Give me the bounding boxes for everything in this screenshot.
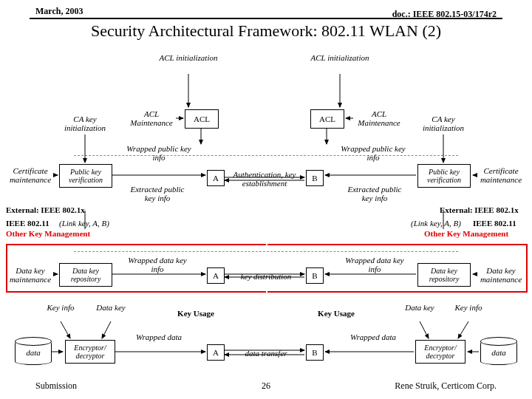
extracted-pub-left: Extracted public key info [124,185,191,202]
data-cyl-left: data [15,340,52,365]
link-tuple-right: (Link key, A, B) [411,219,461,228]
ieee80211-left: IEEE 802.11 [6,219,50,228]
data-transfer: data transfer [229,349,303,358]
node-a-2: A [207,267,225,284]
key-usage-left: Key Usage [166,309,225,318]
wrapped-pub-right: Wrapped public key info [340,144,406,162]
page-title: Security Architectural Framework: 802.11… [0,21,532,41]
key-info-right: Key info [454,303,483,312]
cert-maint-left: Certificate maintenance [6,166,55,184]
enc-dec-left: Encryptor/ decryptor [65,340,115,364]
node-a-3: A [207,344,225,361]
header-rule [30,18,502,19]
acl-init-left: ACL initialization [159,53,218,62]
okm-right: Other Key Management [424,229,508,238]
footer-page: 26 [262,381,270,392]
acl-box-right: ACL [310,109,344,129]
dk-maint-left: Data key maintenance [6,266,55,284]
acl-init-right: ACL initialization [310,53,369,62]
data-key-right: Data key [405,303,434,312]
footer-right: Rene Struik, Certicom Corp. [395,381,497,392]
auth-est: Authentication, key establishment [228,170,301,188]
extracted-pub-right: Extracted public key info [341,185,408,202]
node-a-1: A [207,170,225,186]
okm-left: Other Key Management [6,229,90,238]
wrapped-data-right: Wrapped data [344,332,403,341]
svg-line-24 [458,321,468,338]
header-date: March, 2003 [35,6,83,17]
enc-dec-right: Encryptor/ decryptor [415,340,466,364]
wrapped-pub-left: Wrapped public key info [126,144,192,162]
acl-box-left: ACL [185,109,219,129]
arrows-layer [0,0,532,399]
pub-ver-left: Public key verification [59,164,112,188]
key-info-left: Key info [46,303,75,312]
acl-maint-left: ACL Maintenance [126,109,177,127]
footer-left: Submission [35,381,77,392]
pub-ver-right: Public key verification [417,164,471,188]
link-tuple-left: (Link key, A, B) [59,219,109,228]
dk-maint-right: Data key maintenance [477,266,525,284]
ca-key-init-right: CA key initialization [417,115,469,132]
ca-key-init-left: CA key initialization [59,115,111,132]
dk-repo-left: Data key repository [59,263,112,287]
node-b-2: B [306,267,324,284]
external-right: External: IEEE 802.1x [440,205,519,214]
external-left: External: IEEE 802.1x [6,205,85,214]
wrapped-dk-left: Wrapped data key info [124,256,191,273]
svg-line-25 [420,321,429,338]
dk-repo-right: Data key repository [417,263,471,287]
wrapped-data-left: Wrapped data [129,332,188,341]
key-dist: key distribution [229,272,303,281]
node-b-3: B [306,344,324,361]
data-key-left: Data key [96,303,126,312]
key-usage-right: Key Usage [307,309,366,318]
node-b-1: B [306,170,324,186]
data-cyl-right: data [480,340,517,365]
svg-line-22 [61,321,70,338]
cert-maint-right: Certificate maintenance [477,166,525,184]
wrapped-dk-right: Wrapped data key info [341,256,408,273]
ieee80211-right: IEEE 802.11 [473,219,516,228]
acl-maint-right: ACL Maintenance [353,109,405,127]
svg-line-23 [102,321,111,338]
